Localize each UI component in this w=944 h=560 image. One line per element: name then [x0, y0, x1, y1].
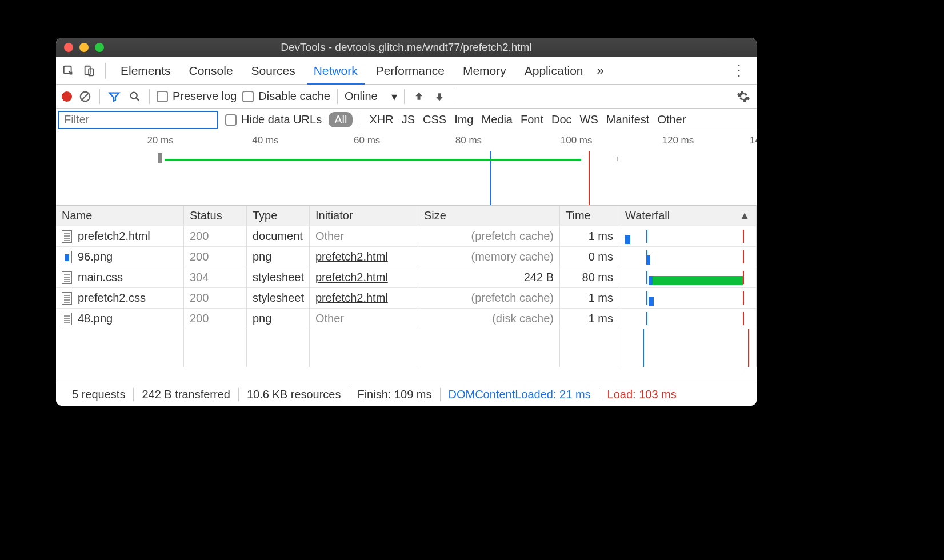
table-cell[interactable]: prefetch2.html	[310, 247, 418, 267]
table-cell[interactable]: 80 ms	[560, 267, 619, 288]
filter-type-xhr[interactable]: XHR	[369, 113, 393, 126]
timeline-tick: 14	[750, 135, 757, 146]
col-size[interactable]: Size	[418, 206, 560, 226]
waterfall-cell[interactable]	[619, 309, 757, 329]
load-line	[748, 329, 749, 367]
tab-application[interactable]: Application	[518, 57, 590, 85]
table-cell[interactable]: prefetch2.html	[310, 288, 418, 309]
initiator-link[interactable]: prefetch2.html	[315, 271, 388, 284]
table-cell[interactable]: 96.png	[56, 247, 184, 267]
col-type[interactable]: Type	[247, 206, 310, 226]
status-transferred: 242 B transferred	[134, 388, 239, 401]
table-cell[interactable]: document	[247, 226, 310, 247]
initiator-link[interactable]: prefetch2.html	[315, 250, 388, 263]
status-bar: 5 requests 242 B transferred 10.6 KB res…	[56, 383, 757, 406]
filter-type-css[interactable]: CSS	[423, 113, 446, 126]
timeline-handle[interactable]	[158, 153, 162, 163]
download-har-icon[interactable]	[432, 89, 447, 104]
status-dcl: DOMContentLoaded: 21 ms	[441, 388, 599, 401]
col-time[interactable]: Time	[560, 206, 619, 226]
table-cell[interactable]: png	[247, 247, 310, 267]
timeline-tick: 40 ms	[252, 135, 278, 146]
tab-console[interactable]: Console	[182, 57, 240, 85]
col-waterfall[interactable]: Waterfall▲	[619, 206, 757, 226]
col-initiator[interactable]: Initiator	[310, 206, 418, 226]
dcl-line	[646, 250, 647, 263]
table-cell[interactable]: 1 ms	[560, 309, 619, 329]
table-cell[interactable]: (prefetch cache)	[418, 226, 560, 247]
tabs-overflow[interactable]: »	[597, 63, 603, 78]
tab-memory[interactable]: Memory	[456, 57, 513, 85]
filter-input[interactable]	[58, 111, 218, 129]
table-cell[interactable]: prefetch2.css	[56, 288, 184, 309]
document-icon	[62, 313, 72, 325]
timeline-activity	[165, 159, 581, 161]
record-icon[interactable]	[62, 91, 72, 102]
clear-icon[interactable]	[78, 89, 93, 104]
table-cell[interactable]: 200	[184, 309, 247, 329]
col-name[interactable]: Name	[56, 206, 184, 226]
table-cell[interactable]: stylesheet	[247, 267, 310, 288]
preserve-log-checkbox[interactable]: Preserve log	[157, 90, 237, 103]
timeline-overview[interactable]: 20 ms40 ms60 ms80 ms100 ms120 ms14	[56, 131, 757, 206]
gear-icon[interactable]	[736, 89, 751, 104]
document-icon	[62, 271, 72, 284]
main-tabs: ElementsConsoleSourcesNetworkPerformance…	[56, 57, 757, 85]
filter-type-font[interactable]: Font	[521, 113, 543, 126]
kebab-menu-icon[interactable]: ⋮	[726, 62, 752, 79]
tab-elements[interactable]: Elements	[114, 57, 178, 85]
table-cell[interactable]: 0 ms	[560, 247, 619, 267]
throttle-select[interactable]: Online ▾	[345, 90, 397, 103]
filter-type-media[interactable]: Media	[481, 113, 512, 126]
filter-type-js[interactable]: JS	[402, 113, 415, 126]
initiator-link[interactable]: prefetch2.html	[315, 291, 388, 305]
table-cell[interactable]: main.css	[56, 267, 184, 288]
filter-type-other[interactable]: Other	[657, 113, 686, 126]
table-cell[interactable]: 1 ms	[560, 288, 619, 309]
waterfall-cell[interactable]	[619, 247, 757, 267]
upload-har-icon[interactable]	[411, 89, 426, 104]
filter-type-img[interactable]: Img	[454, 113, 473, 126]
table-cell[interactable]: Other	[310, 309, 418, 329]
table-cell[interactable]: stylesheet	[247, 288, 310, 309]
table-cell[interactable]: 1 ms	[560, 226, 619, 247]
filter-type-doc[interactable]: Doc	[551, 113, 572, 126]
table-cell[interactable]: 304	[184, 267, 247, 288]
table-cell[interactable]: png	[247, 309, 310, 329]
table-cell[interactable]: 200	[184, 226, 247, 247]
table-cell[interactable]: 48.png	[56, 309, 184, 329]
filter-type-all[interactable]: All	[329, 112, 353, 127]
device-toggle-icon[interactable]	[81, 63, 97, 79]
filter-type-manifest[interactable]: Manifest	[606, 113, 650, 126]
waterfall-cell[interactable]	[619, 288, 757, 309]
table-cell[interactable]: Other	[310, 226, 418, 247]
table-cell[interactable]: (memory cache)	[418, 247, 560, 267]
tab-performance[interactable]: Performance	[369, 57, 451, 85]
minimize-icon[interactable]	[79, 43, 89, 52]
table-cell[interactable]: prefetch2.html	[56, 226, 184, 247]
filter-type-ws[interactable]: WS	[580, 113, 598, 126]
window-title: DevTools - devtools.glitch.me/wndt77/pre…	[56, 41, 757, 54]
close-icon[interactable]	[64, 43, 73, 52]
titlebar[interactable]: DevTools - devtools.glitch.me/wndt77/pre…	[56, 38, 757, 57]
tab-network[interactable]: Network	[307, 57, 365, 85]
waterfall-cell[interactable]	[619, 267, 757, 288]
table-cell[interactable]: (prefetch cache)	[418, 288, 560, 309]
table-cell[interactable]: 200	[184, 288, 247, 309]
disable-cache-checkbox[interactable]: Disable cache	[242, 90, 330, 103]
load-line	[743, 271, 744, 284]
dcl-line	[646, 312, 647, 325]
zoom-icon[interactable]	[95, 43, 104, 52]
waterfall-cell[interactable]	[619, 226, 757, 247]
table-cell[interactable]: prefetch2.html	[310, 267, 418, 288]
hide-data-urls-checkbox[interactable]: Hide data URLs	[225, 113, 322, 126]
table-cell[interactable]: 242 B	[418, 267, 560, 288]
col-status[interactable]: Status	[184, 206, 247, 226]
table-cell[interactable]: 200	[184, 247, 247, 267]
chevron-down-icon: ▾	[391, 90, 397, 103]
search-icon[interactable]	[127, 89, 142, 104]
table-cell[interactable]: (disk cache)	[418, 309, 560, 329]
tab-sources[interactable]: Sources	[245, 57, 302, 85]
filter-icon[interactable]	[107, 89, 122, 104]
inspect-icon[interactable]	[61, 63, 77, 79]
